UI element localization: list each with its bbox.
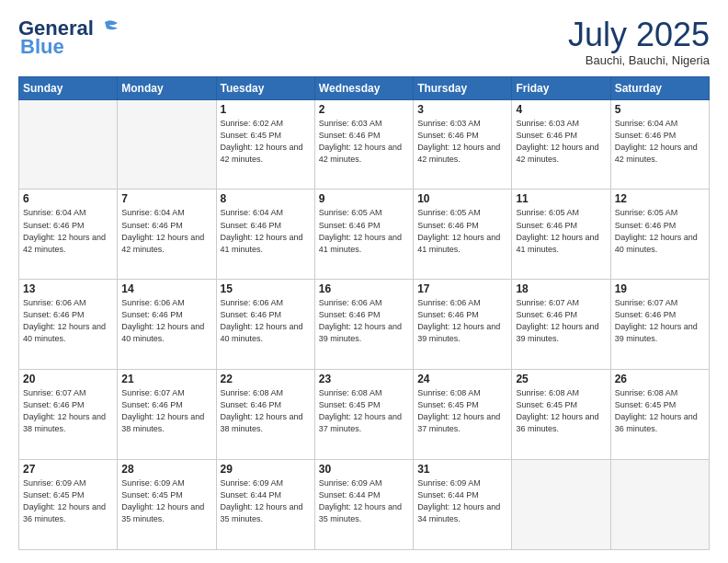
table-row: 21Sunrise: 6:07 AMSunset: 6:46 PMDayligh… [118, 370, 216, 460]
day-info: Sunrise: 6:09 AMSunset: 6:44 PMDaylight:… [417, 477, 507, 525]
header: General Blue July 2025 Bauchi, Bauchi, N… [18, 17, 710, 67]
day-info: Sunrise: 6:08 AMSunset: 6:45 PMDaylight:… [417, 387, 507, 435]
day-number: 29 [221, 463, 311, 476]
table-row: 3Sunrise: 6:03 AMSunset: 6:46 PMDaylight… [414, 99, 512, 190]
day-number: 18 [516, 282, 606, 295]
table-row: 19Sunrise: 6:07 AMSunset: 6:46 PMDayligh… [610, 280, 709, 370]
day-info: Sunrise: 6:03 AMSunset: 6:46 PMDaylight:… [516, 118, 606, 166]
day-info: Sunrise: 6:07 AMSunset: 6:46 PMDaylight:… [516, 297, 606, 345]
calendar-header-row: Sunday Monday Tuesday Wednesday Thursday… [19, 76, 710, 99]
day-number: 27 [23, 463, 113, 476]
day-number: 21 [121, 373, 211, 385]
table-row: 8Sunrise: 6:04 AMSunset: 6:46 PMDaylight… [216, 190, 314, 280]
logo-blue-text: Blue [20, 35, 64, 59]
day-info: Sunrise: 6:02 AMSunset: 6:45 PMDaylight:… [221, 118, 311, 166]
table-row: 20Sunrise: 6:07 AMSunset: 6:46 PMDayligh… [19, 370, 118, 460]
table-row: 18Sunrise: 6:07 AMSunset: 6:46 PMDayligh… [512, 280, 610, 370]
day-number: 20 [23, 373, 113, 385]
calendar-week-row: 27Sunrise: 6:09 AMSunset: 6:45 PMDayligh… [19, 460, 710, 550]
day-info: Sunrise: 6:03 AMSunset: 6:46 PMDaylight:… [417, 118, 507, 166]
logo-bird-icon [96, 18, 121, 39]
day-number: 9 [319, 192, 409, 205]
title-block: July 2025 Bauchi, Bauchi, Nigeria [568, 17, 710, 67]
day-info: Sunrise: 6:05 AMSunset: 6:46 PMDaylight:… [319, 207, 409, 255]
calendar-week-row: 20Sunrise: 6:07 AMSunset: 6:46 PMDayligh… [19, 370, 710, 460]
day-info: Sunrise: 6:05 AMSunset: 6:46 PMDaylight:… [516, 207, 606, 255]
day-number: 8 [221, 192, 311, 205]
table-row: 15Sunrise: 6:06 AMSunset: 6:46 PMDayligh… [216, 280, 314, 370]
day-info: Sunrise: 6:08 AMSunset: 6:45 PMDaylight:… [615, 387, 705, 435]
day-info: Sunrise: 6:06 AMSunset: 6:46 PMDaylight:… [121, 297, 211, 345]
day-number: 25 [516, 373, 606, 385]
calendar-table: Sunday Monday Tuesday Wednesday Thursday… [18, 76, 710, 550]
location: Bauchi, Bauchi, Nigeria [568, 53, 710, 67]
day-number: 15 [221, 282, 311, 295]
day-number: 16 [319, 282, 409, 295]
day-info: Sunrise: 6:09 AMSunset: 6:45 PMDaylight:… [121, 477, 211, 525]
day-info: Sunrise: 6:09 AMSunset: 6:44 PMDaylight:… [221, 477, 311, 525]
day-info: Sunrise: 6:04 AMSunset: 6:46 PMDaylight:… [121, 207, 211, 255]
col-tuesday: Tuesday [216, 76, 314, 99]
day-info: Sunrise: 6:04 AMSunset: 6:46 PMDaylight:… [615, 118, 705, 166]
day-info: Sunrise: 6:08 AMSunset: 6:45 PMDaylight:… [319, 387, 409, 435]
day-info: Sunrise: 6:04 AMSunset: 6:46 PMDaylight:… [23, 207, 113, 255]
day-info: Sunrise: 6:08 AMSunset: 6:46 PMDaylight:… [221, 387, 311, 435]
table-row: 28Sunrise: 6:09 AMSunset: 6:45 PMDayligh… [118, 460, 216, 550]
table-row: 11Sunrise: 6:05 AMSunset: 6:46 PMDayligh… [512, 190, 610, 280]
day-number: 22 [221, 373, 311, 385]
table-row: 7Sunrise: 6:04 AMSunset: 6:46 PMDaylight… [118, 190, 216, 280]
page: General Blue July 2025 Bauchi, Bauchi, N… [0, 0, 728, 563]
day-number: 5 [615, 103, 705, 116]
calendar-body: 1Sunrise: 6:02 AMSunset: 6:45 PMDaylight… [19, 99, 710, 549]
table-row: 1Sunrise: 6:02 AMSunset: 6:45 PMDaylight… [216, 99, 314, 190]
table-row: 16Sunrise: 6:06 AMSunset: 6:46 PMDayligh… [314, 280, 413, 370]
table-row: 2Sunrise: 6:03 AMSunset: 6:46 PMDaylight… [314, 99, 413, 190]
table-row: 22Sunrise: 6:08 AMSunset: 6:46 PMDayligh… [216, 370, 314, 460]
col-monday: Monday [118, 76, 216, 99]
day-info: Sunrise: 6:07 AMSunset: 6:46 PMDaylight:… [615, 297, 705, 345]
day-info: Sunrise: 6:06 AMSunset: 6:46 PMDaylight:… [221, 297, 311, 345]
table-row: 6Sunrise: 6:04 AMSunset: 6:46 PMDaylight… [19, 190, 118, 280]
day-number: 14 [121, 282, 211, 295]
table-row: 13Sunrise: 6:06 AMSunset: 6:46 PMDayligh… [19, 280, 118, 370]
day-number: 30 [319, 463, 409, 476]
day-number: 26 [615, 373, 705, 385]
table-row: 24Sunrise: 6:08 AMSunset: 6:45 PMDayligh… [414, 370, 512, 460]
day-number: 7 [121, 192, 211, 205]
day-info: Sunrise: 6:03 AMSunset: 6:46 PMDaylight:… [319, 118, 409, 166]
day-number: 28 [121, 463, 211, 476]
day-number: 24 [417, 373, 507, 385]
table-row: 29Sunrise: 6:09 AMSunset: 6:44 PMDayligh… [216, 460, 314, 550]
day-info: Sunrise: 6:06 AMSunset: 6:46 PMDaylight:… [319, 297, 409, 345]
day-info: Sunrise: 6:04 AMSunset: 6:46 PMDaylight:… [221, 207, 311, 255]
table-row: 17Sunrise: 6:06 AMSunset: 6:46 PMDayligh… [414, 280, 512, 370]
day-info: Sunrise: 6:05 AMSunset: 6:46 PMDaylight:… [615, 207, 705, 255]
logo: General Blue [18, 17, 121, 59]
day-number: 17 [417, 282, 507, 295]
col-friday: Friday [512, 76, 610, 99]
table-row: 30Sunrise: 6:09 AMSunset: 6:44 PMDayligh… [314, 460, 413, 550]
col-sunday: Sunday [19, 76, 118, 99]
table-row: 31Sunrise: 6:09 AMSunset: 6:44 PMDayligh… [414, 460, 512, 550]
col-thursday: Thursday [414, 76, 512, 99]
day-number: 4 [516, 103, 606, 116]
day-info: Sunrise: 6:06 AMSunset: 6:46 PMDaylight:… [417, 297, 507, 345]
day-number: 19 [615, 282, 705, 295]
table-row [610, 460, 709, 550]
day-number: 13 [23, 282, 113, 295]
table-row: 12Sunrise: 6:05 AMSunset: 6:46 PMDayligh… [610, 190, 709, 280]
calendar-week-row: 6Sunrise: 6:04 AMSunset: 6:46 PMDaylight… [19, 190, 710, 280]
table-row: 25Sunrise: 6:08 AMSunset: 6:45 PMDayligh… [512, 370, 610, 460]
day-number: 31 [417, 463, 507, 476]
day-info: Sunrise: 6:07 AMSunset: 6:46 PMDaylight:… [23, 387, 113, 435]
day-number: 23 [319, 373, 409, 385]
day-info: Sunrise: 6:09 AMSunset: 6:44 PMDaylight:… [319, 477, 409, 525]
col-saturday: Saturday [610, 76, 709, 99]
table-row: 26Sunrise: 6:08 AMSunset: 6:45 PMDayligh… [610, 370, 709, 460]
day-info: Sunrise: 6:05 AMSunset: 6:46 PMDaylight:… [417, 207, 507, 255]
day-number: 3 [417, 103, 507, 116]
table-row: 23Sunrise: 6:08 AMSunset: 6:45 PMDayligh… [314, 370, 413, 460]
day-number: 1 [221, 103, 311, 116]
day-number: 6 [23, 192, 113, 205]
day-info: Sunrise: 6:08 AMSunset: 6:45 PMDaylight:… [516, 387, 606, 435]
